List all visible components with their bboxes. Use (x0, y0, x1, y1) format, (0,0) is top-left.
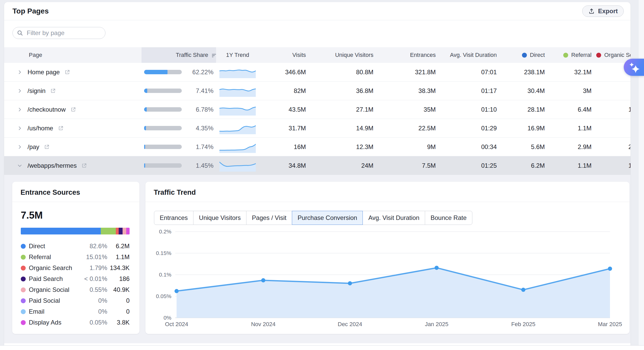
col-referral: Referral (563, 47, 592, 63)
trend-sparkline (219, 66, 256, 79)
entrances-value: 9M (427, 138, 436, 156)
legend-label: Paid Search (29, 275, 72, 282)
table-row[interactable]: /pay 1.74% 16M 12.3M 9M 00:34 5.6M 2.9M … (4, 138, 630, 156)
legend-value: 6.2M (107, 243, 130, 250)
referral-value: 32.1M (574, 63, 592, 81)
legend-pct: 15.01% (72, 253, 107, 261)
legend-dot-icon (21, 320, 26, 325)
external-link-icon[interactable] (64, 69, 70, 75)
trend-sparkline (219, 104, 256, 117)
legend-pct: 0.05% (72, 319, 107, 326)
tab-purchase-conversion[interactable]: Purchase Conversion (292, 211, 363, 225)
legend-pct: < 0.01% (72, 275, 107, 282)
filter-row (4, 20, 630, 39)
trend-sparkline (219, 85, 256, 98)
ai-assistant-button[interactable] (624, 59, 644, 76)
legend-item: Paid Social 0% 0 (21, 295, 130, 306)
bar-segment (126, 228, 130, 234)
tab-avg-visit-duration[interactable]: Avg. Visit Duration (363, 211, 425, 225)
chevron-right-icon[interactable] (17, 144, 23, 150)
direct-value: 30.4M (527, 82, 545, 100)
external-link-icon[interactable] (70, 107, 76, 112)
col-traffic-share[interactable]: Traffic Share (176, 47, 217, 63)
legend-label: Referral (29, 253, 72, 261)
table-row[interactable]: /signin 7.41% 82M 36.8M 38.3M 01:17 30.4… (4, 82, 630, 100)
export-button[interactable]: Export (582, 5, 624, 17)
page-link[interactable]: /us/home (28, 125, 53, 132)
page-cell: /signin (17, 82, 56, 100)
avg-visit-duration-value: 01:29 (481, 119, 497, 137)
chevron-right-icon[interactable] (17, 88, 23, 93)
organic-value: 1 (628, 156, 630, 175)
legend-label: Display Ads (29, 319, 72, 326)
organic-dot-icon (596, 53, 601, 58)
col-organic: Organic Search (596, 47, 630, 63)
tab-bounce-rate[interactable]: Bounce Rate (425, 211, 472, 225)
legend-item: Direct 82.6% 6.2M (21, 241, 130, 252)
expanded-panel: Entrance Sources 7.5M Direct 82.6% 6.2M … (4, 175, 630, 343)
traffic-share-value: 7.41% (196, 82, 213, 100)
traffic-share-value: 62.22% (192, 63, 213, 81)
chevron-down-icon[interactable] (17, 163, 23, 168)
referral-value: 1.1M (578, 119, 592, 137)
legend-pct: 82.6% (72, 243, 107, 250)
legend-item: Referral 15.01% 1.1M (21, 252, 130, 262)
external-link-icon[interactable] (81, 163, 87, 169)
visits-value: 16M (294, 138, 306, 156)
col-visits: Visits (292, 47, 306, 63)
tab-pages-visit[interactable]: Pages / Visit (246, 211, 292, 225)
tab-unique-visitors[interactable]: Unique Visitors (193, 211, 246, 225)
direct-value: 5.6M (531, 138, 545, 156)
page-link[interactable]: Home page (28, 69, 60, 76)
legend-item: Organic Search 1.79% 134.3K (21, 262, 130, 273)
traffic-share-bar (144, 145, 182, 149)
trend-chart: 0%0.05%0.1%0.15%0.2%Oct 2024Nov 2024Dec … (145, 182, 629, 334)
chevron-right-icon[interactable] (17, 70, 23, 75)
traffic-share-value: 4.35% (196, 119, 213, 137)
traffic-trend-card: Traffic Trend 0%0.05%0.1%0.15%0.2%Oct 20… (145, 182, 629, 334)
page-link[interactable]: /pay (28, 143, 39, 151)
svg-text:Oct 2024: Oct 2024 (165, 321, 188, 327)
legend-dot-icon (21, 287, 26, 292)
svg-text:Mar 2025: Mar 2025 (598, 321, 622, 327)
legend-label: Organic Social (29, 286, 72, 293)
table-row[interactable]: /us/home 4.35% 31.7M 14.9M 22.5M 01:29 1… (4, 119, 630, 138)
svg-text:0%: 0% (164, 315, 171, 321)
visits-value: 31.7M (289, 119, 306, 137)
table-row[interactable]: Home page 62.22% 346.6M 80.8M 321.8M 07:… (4, 63, 630, 82)
external-link-icon[interactable] (58, 125, 64, 131)
visits-value: 43.5M (289, 100, 306, 119)
external-link-icon[interactable] (50, 88, 56, 94)
page-link[interactable]: /webapps/hermes (28, 162, 77, 169)
filter-input[interactable] (12, 27, 105, 39)
unique-visitors-value: 80.8M (356, 63, 373, 81)
avg-visit-duration-value: 01:17 (481, 82, 497, 100)
tab-entrances[interactable]: Entrances (154, 211, 193, 225)
external-link-icon[interactable] (44, 144, 50, 150)
svg-text:Dec 2024: Dec 2024 (338, 321, 362, 327)
chevron-right-icon[interactable] (17, 126, 23, 131)
trend-sparkline (219, 122, 256, 135)
col-1y-trend: 1Y Trend (219, 47, 256, 63)
avg-visit-duration-value: 01:25 (481, 156, 497, 175)
legend-pct: 1.79% (72, 264, 107, 272)
referral-value: 1.1M (578, 156, 592, 175)
legend-label: Paid Social (29, 297, 72, 304)
legend-value: 1.1M (107, 253, 130, 261)
chevron-right-icon[interactable] (17, 107, 23, 112)
traffic-share-bar (144, 126, 182, 130)
legend-value: 186 (107, 275, 130, 282)
entrance-sources-body: 7.5M Direct 82.6% 6.2M Referral 15.01% 1… (12, 210, 139, 328)
sort-descending-icon (211, 53, 217, 58)
table-row[interactable]: /checkoutnow 6.78% 43.5M 27.1M 35M 01:10… (4, 100, 630, 119)
bar-segment (123, 228, 126, 234)
top-pages-card: Top Pages Export Page Traffic Share 1Y T… (4, 2, 630, 345)
organic-value: 2 (628, 138, 630, 156)
page-cell: /webapps/hermes (17, 156, 87, 175)
page-link[interactable]: /checkoutnow (28, 106, 66, 113)
referral-value: 3M (583, 82, 592, 100)
visits-value: 346.6M (285, 63, 306, 81)
legend-value: 0 (107, 308, 130, 315)
table-row[interactable]: /webapps/hermes 1.45% 34.8M 24M 7.5M 01:… (4, 156, 630, 175)
page-link[interactable]: /signin (28, 87, 45, 95)
